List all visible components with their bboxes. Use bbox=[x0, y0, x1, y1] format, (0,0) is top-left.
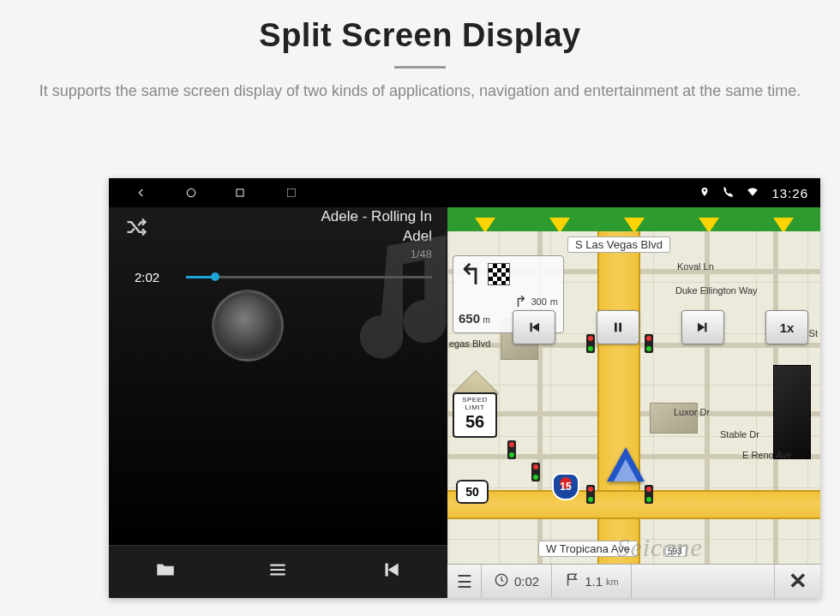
turn-distance-unit: m bbox=[483, 315, 489, 325]
map-main-road bbox=[447, 490, 820, 519]
interstate-shield: 15 bbox=[552, 473, 579, 500]
back-icon[interactable] bbox=[135, 186, 148, 200]
navigation-pane: 13:26 bbox=[447, 178, 820, 598]
music-pane: Adele - Rolling In Adel 1/48 2:02 bbox=[109, 178, 447, 598]
street-label: Koval Ln bbox=[670, 260, 721, 272]
location-icon bbox=[699, 186, 710, 200]
speed-limit-sign: SPEED LIMIT 56 bbox=[453, 392, 497, 438]
sim-prev-button[interactable] bbox=[513, 310, 555, 344]
android-nav-bar bbox=[109, 178, 447, 207]
speed-limit-value: 56 bbox=[454, 412, 495, 432]
nav-close-button[interactable]: ✕ bbox=[774, 565, 820, 598]
flag-icon bbox=[564, 572, 579, 590]
map-canvas[interactable]: S Las Vegas Blvd Koval Ln Duke Ellington… bbox=[447, 231, 820, 564]
title-underline bbox=[394, 66, 446, 69]
music-bottom-bar bbox=[109, 545, 447, 598]
remaining-dist-value: 1.1 bbox=[585, 574, 603, 589]
street-label: Luxor Dr bbox=[667, 406, 717, 418]
map-building bbox=[773, 365, 811, 459]
street-label-number: 593 bbox=[663, 546, 687, 557]
nav-menu-button[interactable]: ☰ bbox=[447, 565, 482, 598]
svg-rect-2 bbox=[287, 188, 295, 196]
next-turn-unit: m bbox=[550, 296, 558, 307]
device-screenshot: Adele - Rolling In Adel 1/48 2:02 bbox=[109, 178, 820, 598]
street-label: Duke Ellington Way bbox=[669, 284, 765, 296]
remaining-dist-cell[interactable]: 1.1 km bbox=[552, 565, 632, 598]
destination-flag-icon bbox=[488, 263, 510, 285]
street-label: E Reno Ave bbox=[735, 449, 799, 461]
eta-cell[interactable]: 0:02 bbox=[482, 565, 552, 598]
sim-controls: 1x bbox=[513, 310, 808, 344]
elapsed-time: 2:02 bbox=[135, 270, 171, 284]
phone-icon bbox=[722, 186, 734, 200]
sim-pause-button[interactable] bbox=[597, 310, 639, 344]
page-subtitle: It supports the same screen display of t… bbox=[34, 81, 806, 102]
clock-icon bbox=[494, 572, 509, 590]
traffic-light-icon bbox=[531, 463, 540, 481]
eta-value: 0:02 bbox=[514, 574, 539, 589]
home-icon[interactable] bbox=[184, 186, 198, 200]
previous-track-icon[interactable] bbox=[380, 559, 402, 586]
traffic-light-icon bbox=[645, 485, 653, 504]
recents-icon[interactable] bbox=[234, 187, 246, 199]
street-label: egas Blvd bbox=[447, 338, 497, 350]
turn-right-icon: ↱ bbox=[514, 292, 527, 311]
svg-point-0 bbox=[187, 188, 195, 196]
street-label: S Las Vegas Blvd bbox=[567, 236, 670, 253]
street-label: Stable Dr bbox=[713, 428, 766, 440]
nav-bottom-bar: ☰ 0:02 1.1 km ✕ bbox=[447, 564, 820, 598]
vehicle-position-icon bbox=[607, 447, 645, 481]
traffic-light-icon bbox=[586, 485, 595, 504]
sim-speed-button[interactable]: 1x bbox=[765, 310, 808, 344]
turn-distance: 650 bbox=[459, 311, 480, 326]
lane-guidance-band bbox=[447, 207, 820, 231]
sim-next-button[interactable] bbox=[681, 310, 724, 344]
next-turn-distance: 300 bbox=[531, 296, 546, 307]
status-bar: 13:26 bbox=[447, 178, 820, 207]
traffic-light-icon bbox=[507, 440, 516, 459]
svg-rect-1 bbox=[237, 189, 243, 196]
shuffle-icon[interactable] bbox=[124, 215, 148, 265]
folder-icon[interactable] bbox=[154, 559, 177, 586]
virtual-joystick[interactable] bbox=[212, 290, 284, 362]
remaining-dist-unit: km bbox=[606, 577, 619, 587]
image-icon[interactable] bbox=[285, 187, 297, 199]
clock: 13:26 bbox=[771, 186, 808, 200]
album-art-area: Adele - Rolling In Adel 1/48 2:02 bbox=[109, 207, 447, 545]
seek-bar[interactable] bbox=[186, 276, 432, 278]
page-title: Split Screen Display bbox=[0, 17, 840, 54]
wifi-icon bbox=[746, 186, 759, 200]
speed-limit-label: LIMIT bbox=[454, 404, 495, 412]
turn-left-icon: ↰ bbox=[459, 260, 483, 289]
playlist-icon[interactable] bbox=[267, 559, 289, 586]
route-shield: 50 bbox=[456, 480, 489, 504]
street-label: W Tropicana Ave bbox=[538, 541, 638, 557]
